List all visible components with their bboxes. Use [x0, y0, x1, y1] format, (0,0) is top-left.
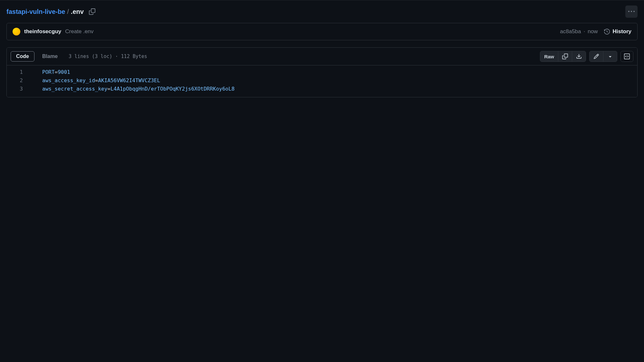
commit-sha[interactable]: ac8a5ba: [560, 28, 581, 35]
token-key: PORT: [42, 69, 55, 75]
commit-time: now: [588, 28, 598, 35]
copy-path-button[interactable]: [88, 7, 97, 16]
line-number: 1: [7, 68, 29, 76]
token-key: aws_access_key_id: [42, 77, 95, 83]
triangle-down-icon: [607, 54, 613, 59]
token-key: aws_secret_access_key: [42, 86, 107, 92]
token-value: AKIA56VW62I4TWVCZ3EL: [98, 77, 160, 83]
raw-button-group: Raw: [540, 51, 586, 62]
commit-message[interactable]: Create .env: [65, 28, 93, 35]
file-info: 3 lines (3 loc) · 112 Bytes: [69, 54, 147, 59]
code-content: 1 PORT=9001 2 aws_access_key_id=AKIA56VW…: [7, 65, 637, 97]
kebab-horizontal-icon: [628, 8, 635, 15]
pencil-icon: [593, 54, 599, 59]
history-label: History: [612, 28, 631, 35]
tab-code[interactable]: Code: [11, 51, 34, 62]
copy-icon: [562, 54, 568, 59]
avatar[interactable]: [13, 28, 20, 35]
line-number: 2: [7, 76, 29, 85]
more-menu-button[interactable]: [625, 5, 638, 18]
raw-button[interactable]: Raw: [540, 51, 558, 62]
token-eq: =: [95, 77, 98, 83]
commit-dot: ·: [584, 28, 585, 35]
breadcrumb-separator: /: [67, 8, 69, 15]
code-line[interactable]: 2 aws_access_key_id=AKIA56VW62I4TWVCZ3EL: [7, 76, 637, 85]
history-link[interactable]: History: [604, 28, 631, 35]
breadcrumb-filename: .env: [71, 8, 84, 15]
code-line[interactable]: 1 PORT=9001: [7, 68, 637, 76]
latest-commit-box: theinfosecguy Create .env ac8a5ba · now …: [6, 23, 638, 40]
download-icon: [576, 54, 582, 59]
copy-raw-button[interactable]: [558, 51, 572, 62]
line-number: 3: [7, 85, 29, 93]
edit-button-group: [589, 51, 617, 62]
symbols-button[interactable]: [620, 51, 633, 62]
repo-link[interactable]: fastapi-vuln-live-be: [6, 8, 65, 15]
token-value: 9001: [58, 69, 70, 75]
code-line[interactable]: 3 aws_secret_access_key=L4A1pObqgHnD/erT…: [7, 85, 637, 93]
tab-blame[interactable]: Blame: [37, 52, 63, 61]
token-eq: =: [55, 69, 58, 75]
file-viewer: Code Blame 3 lines (3 loc) · 112 Bytes R…: [6, 47, 638, 97]
breadcrumb: fastapi-vuln-live-be / .env: [6, 7, 97, 16]
history-icon: [604, 29, 610, 34]
copy-icon: [89, 8, 95, 15]
token-value: L4A1pObqgHnD/erTObPOqKY2js6XOtDRRKoy6oL8: [111, 86, 235, 92]
token-eq: =: [107, 86, 111, 92]
code-square-icon: [624, 54, 630, 59]
edit-dropdown-button[interactable]: [603, 51, 617, 62]
edit-button[interactable]: [590, 51, 603, 62]
download-raw-button[interactable]: [572, 51, 586, 62]
commit-author[interactable]: theinfosecguy: [24, 28, 61, 35]
